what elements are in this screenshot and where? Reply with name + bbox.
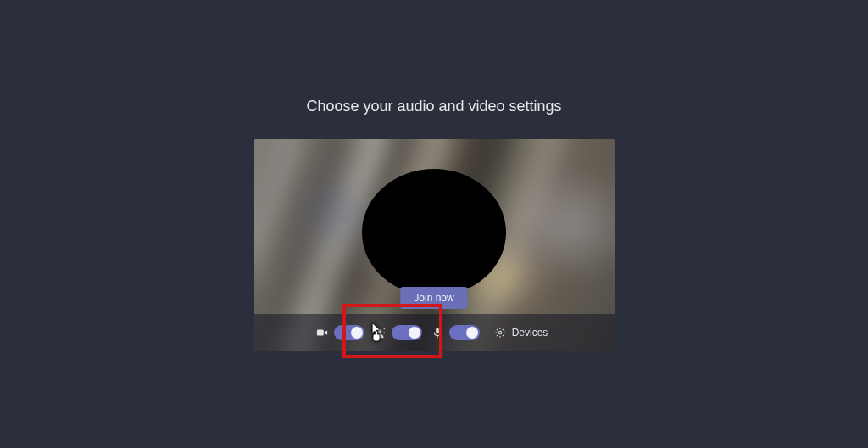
page-title: Choose your audio and video settings — [306, 98, 561, 115]
toggle-knob — [351, 327, 363, 339]
toggle-knob — [466, 327, 478, 339]
face-redaction-mask — [362, 169, 506, 296]
svg-rect-0 — [317, 330, 324, 336]
mic-control — [431, 325, 480, 340]
svg-point-2 — [375, 328, 376, 329]
devices-button[interactable]: Devices — [488, 322, 554, 343]
av-controls-bar: Devices — [254, 314, 615, 351]
toggle-knob — [409, 327, 420, 339]
video-preview: Join now — [254, 139, 615, 351]
background-blur-icon — [373, 326, 387, 339]
svg-point-5 — [375, 332, 376, 333]
svg-rect-6 — [436, 328, 439, 333]
svg-point-7 — [498, 331, 502, 334]
join-now-button[interactable]: Join now — [400, 287, 467, 309]
svg-point-1 — [377, 329, 381, 333]
background-blur-toggle[interactable] — [392, 325, 422, 340]
gear-icon — [493, 326, 507, 339]
background-blur-control — [373, 325, 422, 340]
svg-point-4 — [383, 332, 384, 333]
mic-toggle[interactable] — [449, 325, 480, 340]
svg-point-3 — [383, 328, 384, 329]
devices-label: Devices — [512, 327, 548, 339]
camera-control — [315, 325, 364, 340]
camera-toggle[interactable] — [334, 325, 364, 340]
camera-icon — [315, 326, 329, 339]
mic-icon — [431, 326, 444, 339]
